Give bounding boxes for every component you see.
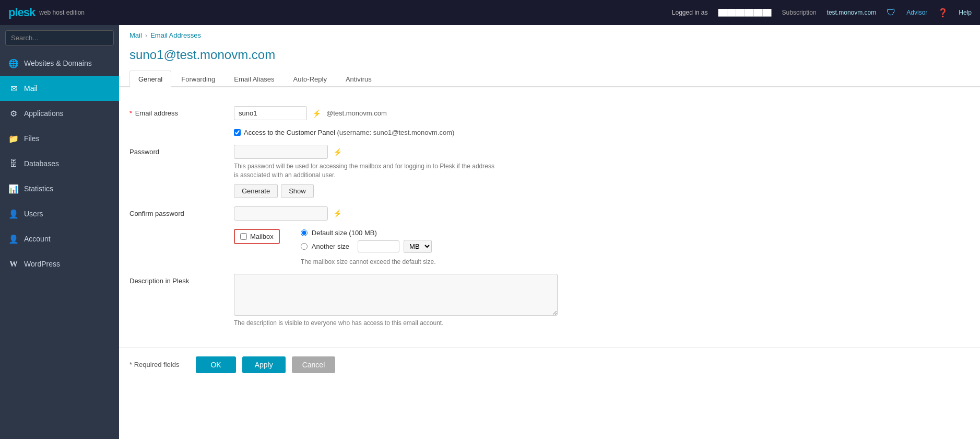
password-hint: This password will be used for accessing…: [234, 162, 495, 180]
mailbox-label[interactable]: Mailbox: [250, 233, 274, 240]
mailbox-hint: The mailbox size cannot exceed the defau…: [301, 258, 436, 265]
statistics-icon: 📊: [8, 183, 19, 194]
account-icon: 👤: [8, 234, 19, 244]
subscription-link[interactable]: test.monovm.com: [827, 9, 877, 16]
globe-icon: 🌐: [8, 58, 19, 68]
sidebar-item-label: Users: [24, 210, 43, 218]
confirm-password-label: Confirm password: [129, 206, 234, 217]
advisor-link[interactable]: Advisor: [906, 9, 927, 16]
email-address-label: * Email address: [129, 106, 234, 117]
plesk-logo: plesk: [8, 6, 35, 19]
tab-forwarding[interactable]: Forwarding: [172, 71, 224, 87]
email-address-row: * Email address ⚡ @test.monovm.com: [129, 106, 970, 120]
password-label: Password: [129, 145, 234, 156]
sidebar-item-label: Statistics: [24, 184, 53, 193]
customer-panel-label[interactable]: Access to the Customer Panel (username: …: [244, 129, 454, 136]
password-input[interactable]: [234, 145, 328, 159]
description-textarea[interactable]: [234, 274, 558, 316]
required-note: * Required fields: [129, 361, 179, 368]
generate-password-icon[interactable]: ⚡: [310, 107, 323, 120]
page-title: suno1@test.monovm.com: [119, 45, 980, 71]
default-size-label[interactable]: Default size (100 MB): [312, 229, 377, 237]
confirm-password-control: ⚡: [234, 206, 970, 221]
default-size-radio[interactable]: [301, 229, 308, 236]
sidebar-item-users[interactable]: 👤 Users: [0, 201, 119, 226]
confirm-password-input[interactable]: [234, 206, 328, 221]
sidebar-item-wordpress[interactable]: W WordPress: [0, 251, 119, 276]
main-content: Mail › Email Addresses suno1@test.monovm…: [119, 25, 980, 439]
logo-area: plesk web host edition: [8, 6, 85, 19]
breadcrumb: Mail › Email Addresses: [119, 25, 980, 45]
sidebar-item-label: Account: [24, 235, 51, 243]
sidebar-item-label: Files: [24, 134, 40, 143]
size-input[interactable]: [358, 240, 399, 252]
mailbox-control: Mailbox Default size (100 MB) Another si…: [234, 229, 970, 265]
logged-in-user: ████████████: [718, 9, 772, 16]
tab-antivirus[interactable]: Antivirus: [337, 71, 381, 87]
search-box: [0, 25, 119, 51]
email-local-input[interactable]: [234, 106, 307, 120]
sidebar-item-mail[interactable]: ✉ Mail: [0, 76, 119, 101]
databases-icon: 🗄: [8, 158, 19, 169]
email-address-control: ⚡ @test.monovm.com: [234, 106, 970, 120]
breadcrumb-mail[interactable]: Mail: [129, 31, 142, 39]
cancel-button[interactable]: Cancel: [292, 356, 336, 373]
mail-icon: ✉: [8, 83, 19, 94]
apply-button[interactable]: Apply: [242, 356, 286, 373]
sidebar-item-account[interactable]: 👤 Account: [0, 226, 119, 251]
email-input-row: ⚡ @test.monovm.com: [234, 106, 970, 120]
subscription-label: Subscription: [782, 9, 817, 16]
breadcrumb-email-addresses[interactable]: Email Addresses: [150, 31, 201, 39]
sidebar-item-label: Applications: [24, 109, 64, 118]
sidebar-item-label: WordPress: [24, 260, 60, 268]
breadcrumb-separator: ›: [145, 31, 147, 39]
edition-text: web host edition: [39, 9, 85, 16]
topbar-right: Logged in as ████████████ Subscription t…: [672, 7, 972, 18]
wordpress-icon: W: [8, 259, 19, 269]
sidebar-item-files[interactable]: 📁 Files: [0, 126, 119, 151]
description-label: Description in Plesk: [129, 274, 234, 285]
size-unit-select[interactable]: MB: [404, 240, 432, 253]
show-button[interactable]: Show: [281, 184, 314, 198]
another-size-radio[interactable]: [301, 243, 308, 250]
search-input[interactable]: [5, 30, 114, 45]
tab-auto-reply[interactable]: Auto-Reply: [285, 71, 336, 87]
description-hint: The description is visible to everyone w…: [234, 319, 970, 327]
sidebar-item-label: Databases: [24, 159, 59, 168]
mailbox-row: Mailbox Default size (100 MB) Another si…: [129, 229, 970, 265]
sidebar-nav: 🌐 Websites & Domains ✉ Mail ⚙ Applicatio…: [0, 51, 119, 276]
layout: 🌐 Websites & Domains ✉ Mail ⚙ Applicatio…: [0, 25, 980, 439]
sidebar-item-label: Mail: [24, 84, 38, 93]
confirm-password-icon[interactable]: ⚡: [331, 207, 344, 220]
tabs: General Forwarding Email Aliases Auto-Re…: [119, 71, 980, 87]
applications-icon: ⚙: [8, 108, 19, 119]
files-icon: 📁: [8, 133, 19, 144]
help-link[interactable]: Help: [959, 9, 972, 16]
password-generate-icon[interactable]: ⚡: [331, 146, 344, 158]
confirm-password-wrap: ⚡: [234, 206, 970, 221]
sidebar-item-label: Websites & Domains: [24, 59, 92, 67]
generate-button[interactable]: Generate: [234, 184, 278, 198]
sidebar: 🌐 Websites & Domains ✉ Mail ⚙ Applicatio…: [0, 25, 119, 439]
another-size-label[interactable]: Another size: [312, 242, 349, 250]
mailbox-checkbox[interactable]: [240, 233, 247, 240]
sidebar-item-databases[interactable]: 🗄 Databases: [0, 151, 119, 176]
sidebar-item-websites-domains[interactable]: 🌐 Websites & Domains: [0, 51, 119, 76]
another-size-row: Another size MB: [301, 240, 436, 253]
customer-panel-row: Access to the Customer Panel (username: …: [129, 129, 970, 136]
tab-general[interactable]: General: [129, 71, 171, 87]
users-icon: 👤: [8, 209, 19, 219]
logged-in-label: Logged in as: [672, 9, 708, 16]
password-buttons: Generate Show: [234, 184, 970, 198]
mailbox-checkbox-wrap[interactable]: Mailbox: [234, 229, 280, 244]
topbar: plesk web host edition Logged in as ████…: [0, 0, 980, 25]
at-domain: @test.monovm.com: [326, 109, 387, 117]
confirm-password-row: Confirm password ⚡: [129, 206, 970, 221]
sidebar-item-applications[interactable]: ⚙ Applications: [0, 101, 119, 126]
sidebar-item-statistics[interactable]: 📊 Statistics: [0, 176, 119, 201]
customer-panel-checkbox[interactable]: [234, 129, 241, 136]
password-control: ⚡ This password will be used for accessi…: [234, 145, 970, 198]
tab-email-aliases[interactable]: Email Aliases: [225, 71, 283, 87]
ok-button[interactable]: OK: [196, 356, 235, 373]
description-control: The description is visible to everyone w…: [234, 274, 970, 327]
